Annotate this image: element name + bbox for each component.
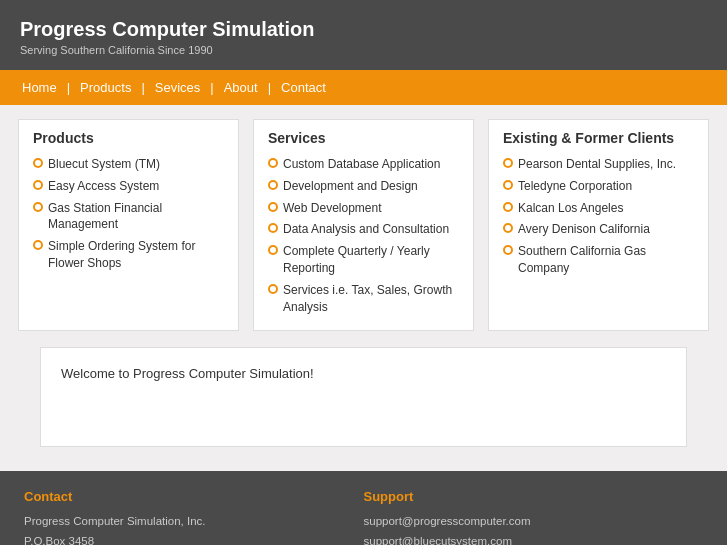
- client-item-3: Kalcan Los Angeles: [518, 200, 623, 217]
- client-item-1: Pearson Dental Supplies, Inc.: [518, 156, 676, 173]
- product-item-3: Gas Station Financial Management: [48, 200, 224, 234]
- clients-heading: Existing & Former Clients: [503, 130, 694, 146]
- list-item: Services i.e. Tax, Sales, Growth Analysi…: [268, 282, 459, 316]
- header: Progress Computer Simulation Serving Sou…: [0, 0, 727, 70]
- footer-support-heading: Support: [364, 489, 704, 504]
- content-area: Products Bluecut System (TM) Easy Access…: [0, 105, 727, 471]
- nav-sep-2: |: [137, 80, 148, 95]
- service-item-6: Services i.e. Tax, Sales, Growth Analysi…: [283, 282, 459, 316]
- nav-sep-3: |: [206, 80, 217, 95]
- bullet-icon: [33, 240, 43, 250]
- bullet-icon: [503, 245, 513, 255]
- list-item: Teledyne Corporation: [503, 178, 694, 195]
- bullet-icon: [268, 245, 278, 255]
- welcome-text: Welcome to Progress Computer Simulation!: [61, 366, 666, 381]
- site-title: Progress Computer Simulation: [20, 18, 707, 41]
- service-item-2: Development and Design: [283, 178, 418, 195]
- clients-column: Existing & Former Clients Pearson Dental…: [488, 119, 709, 331]
- nav-sep-4: |: [264, 80, 275, 95]
- bullet-icon: [33, 202, 43, 212]
- products-column: Products Bluecut System (TM) Easy Access…: [18, 119, 239, 331]
- nav-contact[interactable]: Contact: [275, 78, 332, 97]
- bullet-icon: [33, 158, 43, 168]
- list-item: Simple Ordering System for Flower Shops: [33, 238, 224, 272]
- list-item: Kalcan Los Angeles: [503, 200, 694, 217]
- bullet-icon: [503, 180, 513, 190]
- products-list: Bluecut System (TM) Easy Access System G…: [33, 156, 224, 272]
- footer-support: Support support@progresscomputer.com sup…: [364, 489, 704, 545]
- services-heading: Services: [268, 130, 459, 146]
- bullet-icon: [503, 223, 513, 233]
- support-email-2[interactable]: support@bluecutsystem.com: [364, 535, 512, 545]
- support-email-1[interactable]: support@progresscomputer.com: [364, 515, 531, 527]
- bullet-icon: [33, 180, 43, 190]
- footer: Contact Progress Computer Simulation, In…: [0, 471, 727, 545]
- welcome-section-wrapper: Welcome to Progress Computer Simulation!: [0, 341, 727, 461]
- services-column: Services Custom Database Application Dev…: [253, 119, 474, 331]
- client-item-2: Teledyne Corporation: [518, 178, 632, 195]
- products-heading: Products: [33, 130, 224, 146]
- welcome-section: Welcome to Progress Computer Simulation!: [40, 347, 687, 447]
- nav-bar: Home | Products | Sevices | About | Cont…: [0, 70, 727, 105]
- bullet-icon: [268, 202, 278, 212]
- client-item-4: Avery Denison California: [518, 221, 650, 238]
- footer-contact: Contact Progress Computer Simulation, In…: [24, 489, 364, 545]
- list-item: Gas Station Financial Management: [33, 200, 224, 234]
- list-item: Complete Quarterly / Yearly Reporting: [268, 243, 459, 277]
- product-item-1: Bluecut System (TM): [48, 156, 160, 173]
- footer-contact-heading: Contact: [24, 489, 364, 504]
- list-item: Pearson Dental Supplies, Inc.: [503, 156, 694, 173]
- bullet-icon: [268, 158, 278, 168]
- list-item: Data Analysis and Consultation: [268, 221, 459, 238]
- footer-support-lines: support@progresscomputer.com support@blu…: [364, 512, 704, 545]
- footer-contact-lines: Progress Computer Simulation, Inc. P.O.B…: [24, 512, 364, 545]
- service-item-1: Custom Database Application: [283, 156, 440, 173]
- site-subtitle: Serving Southern California Since 1990: [20, 44, 707, 56]
- bullet-icon: [503, 202, 513, 212]
- bullet-icon: [268, 223, 278, 233]
- nav-sep-1: |: [63, 80, 74, 95]
- services-list: Custom Database Application Development …: [268, 156, 459, 315]
- client-item-5: Southern California Gas Company: [518, 243, 694, 277]
- nav-services[interactable]: Sevices: [149, 78, 207, 97]
- nav-home[interactable]: Home: [16, 78, 63, 97]
- product-item-4: Simple Ordering System for Flower Shops: [48, 238, 224, 272]
- list-item: Bluecut System (TM): [33, 156, 224, 173]
- clients-list: Pearson Dental Supplies, Inc. Teledyne C…: [503, 156, 694, 277]
- list-item: Avery Denison California: [503, 221, 694, 238]
- list-item: Easy Access System: [33, 178, 224, 195]
- nav-products[interactable]: Products: [74, 78, 137, 97]
- bullet-icon: [503, 158, 513, 168]
- service-item-5: Complete Quarterly / Yearly Reporting: [283, 243, 459, 277]
- bullet-icon: [268, 180, 278, 190]
- columns-container: Products Bluecut System (TM) Easy Access…: [0, 105, 727, 341]
- service-item-3: Web Development: [283, 200, 382, 217]
- list-item: Development and Design: [268, 178, 459, 195]
- list-item: Custom Database Application: [268, 156, 459, 173]
- list-item: Southern California Gas Company: [503, 243, 694, 277]
- service-item-4: Data Analysis and Consultation: [283, 221, 449, 238]
- nav-about[interactable]: About: [218, 78, 264, 97]
- bullet-icon: [268, 284, 278, 294]
- product-item-2: Easy Access System: [48, 178, 159, 195]
- list-item: Web Development: [268, 200, 459, 217]
